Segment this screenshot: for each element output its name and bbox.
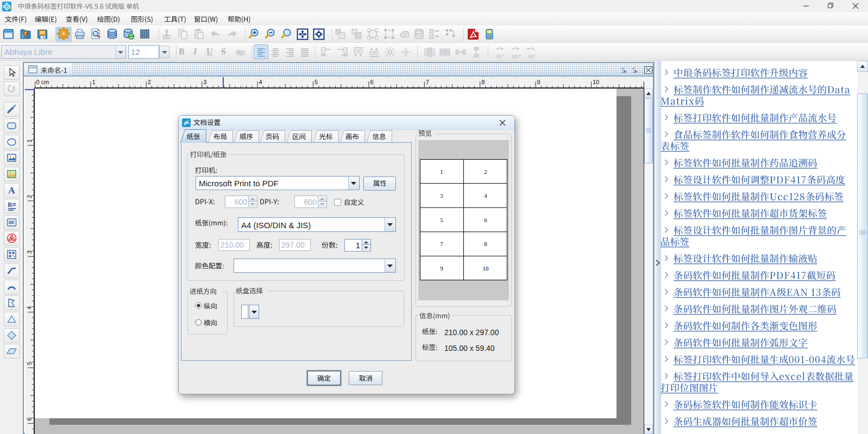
svg-text:7: 7 xyxy=(440,241,443,247)
svg-text:0 cm: 0 cm xyxy=(36,79,49,85)
svg-text:6: 6 xyxy=(370,79,373,85)
svg-text:5: 5 xyxy=(315,79,318,85)
svg-text:1: 1 xyxy=(92,79,95,85)
svg-text:3: 3 xyxy=(440,192,443,199)
svg-text:1: 1 xyxy=(26,139,33,142)
svg-text:4: 4 xyxy=(259,79,262,85)
svg-text:90°: 90° xyxy=(496,54,504,59)
svg-text:8: 8 xyxy=(481,79,485,85)
svg-text:R: R xyxy=(8,201,12,209)
svg-text:7: 7 xyxy=(426,79,429,85)
svg-text:3: 3 xyxy=(203,79,206,85)
svg-text:8: 8 xyxy=(484,241,487,247)
svg-text:5: 5 xyxy=(26,362,33,365)
svg-text:10: 10 xyxy=(593,79,599,85)
svg-text:6: 6 xyxy=(484,217,487,223)
svg-text:10: 10 xyxy=(483,265,489,272)
svg-text:180°: 180° xyxy=(511,54,521,59)
svg-text:4: 4 xyxy=(26,306,33,310)
svg-text:9: 9 xyxy=(440,265,443,272)
svg-text:abc: abc xyxy=(236,48,246,55)
svg-text:3: 3 xyxy=(26,250,33,254)
svg-text:A: A xyxy=(8,185,15,196)
svg-text:6: 6 xyxy=(26,417,33,420)
svg-text:1: 1 xyxy=(440,168,443,175)
svg-text:9: 9 xyxy=(537,79,540,85)
svg-text:2: 2 xyxy=(484,168,487,175)
svg-text:5: 5 xyxy=(440,217,443,223)
svg-text:2: 2 xyxy=(148,79,151,85)
svg-text:90°: 90° xyxy=(528,54,536,59)
svg-text:2: 2 xyxy=(26,195,33,198)
svg-text:4: 4 xyxy=(484,192,487,199)
